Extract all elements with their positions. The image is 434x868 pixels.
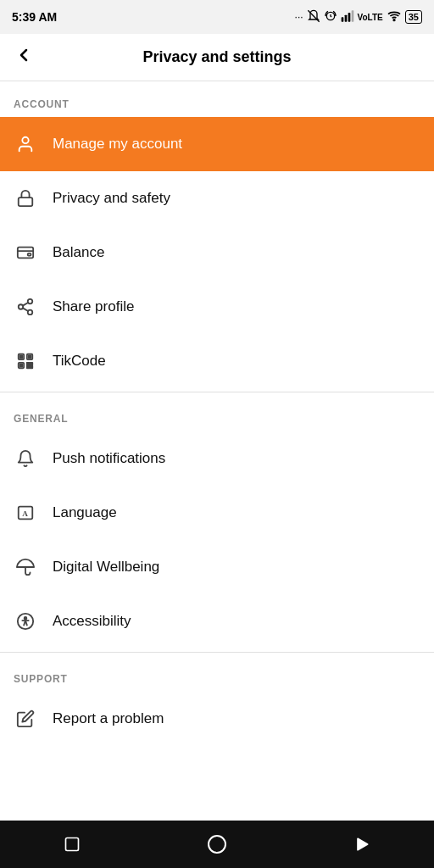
svg-rect-8 [19,198,33,206]
bell-icon [14,447,37,470]
status-time: 5:39 AM [12,10,57,24]
signal-bars-icon [341,9,354,25]
bottom-nav-square[interactable] [51,823,93,865]
tikcode-label: TikCode [53,353,106,370]
svg-point-6 [393,19,395,20]
push-notifications-label: Push notifications [53,450,165,467]
manage-account-item[interactable]: Manage my account [0,117,434,171]
privacy-safety-label: Privacy and safety [53,190,170,207]
accessibility-icon [14,609,37,633]
share-icon [14,295,37,319]
svg-line-15 [23,303,28,306]
section-divider-1 [0,392,434,392]
accessibility-label: Accessibility [53,613,131,630]
status-bar: 5:39 AM ··· VoLTE [0,0,434,34]
signal-dots-icon: ··· [295,11,303,23]
svg-point-7 [22,137,28,143]
svg-rect-25 [27,366,30,369]
push-notifications-item[interactable]: Push notifications [0,431,434,486]
edit-icon [14,707,37,731]
report-problem-label: Report a problem [53,710,164,727]
general-section: GENERAL Push notifications A Language [0,396,434,648]
wifi-icon [387,9,402,25]
share-profile-item[interactable]: Share profile [0,280,434,334]
svg-point-30 [25,617,27,620]
svg-rect-26 [31,363,33,365]
digital-wellbeing-label: Digital Wellbeing [53,559,159,576]
battery-icon: 35 [405,10,422,24]
language-label: Language [53,504,117,521]
svg-rect-2 [341,17,343,21]
svg-line-14 [23,308,28,311]
wallet-icon [14,241,37,264]
mute-icon [307,9,320,25]
alarm-icon [324,9,337,25]
svg-rect-34 [66,838,79,851]
bottom-nav-home[interactable] [196,823,238,865]
report-problem-item[interactable]: Report a problem [0,692,434,746]
svg-point-35 [209,836,225,853]
share-profile-label: Share profile [53,298,134,315]
tikcode-item[interactable]: TikCode [0,334,434,388]
svg-rect-20 [29,356,31,359]
status-icons: ··· VoLTE [295,9,422,25]
balance-item[interactable]: Balance [0,225,434,280]
svg-rect-21 [20,364,23,367]
page-title: Privacy and settings [142,48,291,66]
svg-rect-9 [18,248,33,259]
qrcode-icon [14,349,37,373]
privacy-safety-item[interactable]: Privacy and safety [0,171,434,225]
svg-rect-5 [351,10,353,21]
svg-text:A: A [22,509,28,518]
bottom-nav-back[interactable] [341,823,383,865]
svg-rect-23 [27,363,30,365]
digital-wellbeing-item[interactable]: Digital Wellbeing [0,540,434,594]
accessibility-item[interactable]: Accessibility [0,594,434,648]
settings-content: ACCOUNT Manage my account Privacy and sa… [0,81,434,821]
svg-rect-10 [28,253,31,256]
bottom-navigation [0,821,434,868]
support-section-label: SUPPORT [0,656,434,692]
account-section: ACCOUNT Manage my account Privacy and sa… [0,81,434,388]
lock-icon [14,186,37,210]
svg-marker-36 [358,838,368,849]
svg-rect-4 [348,13,350,22]
manage-account-label: Manage my account [53,136,182,153]
header: Privacy and settings [0,34,434,81]
person-icon [14,132,37,156]
support-section: SUPPORT Report a problem [0,656,434,746]
general-section-label: GENERAL [0,396,434,431]
back-button[interactable] [14,45,34,70]
language-item[interactable]: A Language [0,486,434,540]
account-section-label: ACCOUNT [0,81,434,117]
language-icon: A [14,501,37,525]
section-divider-2 [0,652,434,653]
lte-icon: VoLTE [358,13,383,22]
balance-label: Balance [53,244,104,261]
umbrella-icon [14,555,37,579]
svg-rect-3 [344,14,347,21]
svg-rect-19 [20,356,23,359]
svg-rect-24 [31,366,33,369]
